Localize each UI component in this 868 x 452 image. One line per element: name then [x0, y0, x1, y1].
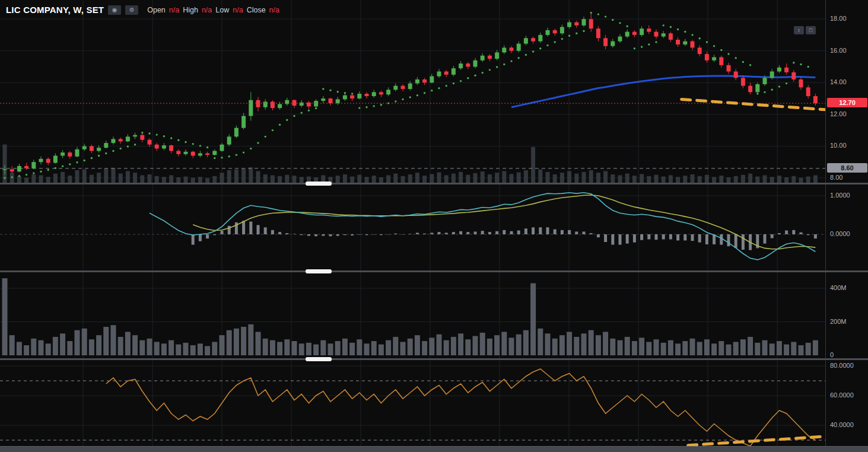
low-value: n/a [233, 6, 243, 14]
axis-tick: 80.0000 [830, 362, 854, 369]
pane-maximize-icon[interactable]: □ [806, 26, 816, 34]
pane-divider-2[interactable] [0, 270, 868, 272]
rsi-pane[interactable] [0, 360, 825, 446]
axis-tick: 14.00 [830, 78, 847, 85]
low-label: Low [215, 6, 229, 14]
axis-tick: 40.0000 [830, 421, 854, 428]
pane-resize-handle-3[interactable] [306, 357, 332, 361]
visibility-eye-icon[interactable]: ◉ [108, 5, 121, 15]
volume-pane[interactable] [0, 272, 825, 358]
axis-tick: 16.00 [830, 47, 847, 54]
legend-bar: LIC COMPANY, W, SET ◉ ⚙ Open n/a High n/… [6, 5, 279, 15]
close-value: n/a [269, 6, 279, 14]
candlestick-chart[interactable] [0, 0, 825, 183]
price-axis[interactable]: 18.0016.0014.0012.0010.008.001.00000.000… [825, 0, 868, 446]
macd-histogram [192, 221, 817, 250]
price-badge: 8.60 [827, 163, 867, 173]
rsi-line [106, 369, 816, 446]
pane-divider-3[interactable] [0, 358, 868, 360]
volume-bars [2, 278, 818, 355]
axis-tick: 400M [830, 284, 847, 291]
settings-gear-icon[interactable]: ⚙ [125, 5, 138, 15]
axis-tick: 18.00 [830, 15, 847, 22]
open-label: Open [147, 6, 166, 14]
axis-tick: 8.00 [830, 174, 842, 181]
axis-tick: 200M [830, 318, 847, 325]
candles [3, 12, 818, 174]
price-badge: 12.70 [827, 98, 867, 107]
downtrend-line [682, 99, 825, 109]
pane-controls: ↕ □ [794, 26, 816, 34]
axis-tick: 12.00 [830, 110, 847, 117]
axis-tick: 10.00 [830, 142, 847, 149]
pane-resize-handle-2[interactable] [306, 269, 332, 273]
axis-tick: 0 [830, 351, 834, 358]
ohlc-legend: Open n/a High n/a Low n/a Close n/a [147, 6, 279, 14]
high-label: High [183, 6, 198, 14]
pane-divider-1[interactable] [0, 183, 868, 184]
high-value: n/a [202, 6, 212, 14]
trading-chart-app: LIC COMPANY, W, SET ◉ ⚙ Open n/a High n/… [0, 0, 868, 452]
open-value: n/a [169, 6, 179, 14]
pane-resize-icon[interactable]: ↕ [794, 26, 804, 34]
symbol-title[interactable]: LIC COMPANY, W, SET [6, 5, 104, 15]
grid [83, 184, 777, 270]
psar-dots [4, 12, 809, 179]
volume-overlay-bars [3, 145, 818, 183]
axis-tick: 0.0000 [830, 230, 850, 237]
rsi-chart[interactable] [0, 360, 825, 446]
axis-tick: 60.0000 [830, 391, 854, 399]
volume-chart[interactable] [0, 272, 825, 358]
time-axis[interactable] [0, 446, 868, 452]
price-pane[interactable]: LIC COMPANY, W, SET ◉ ⚙ Open n/a High n/… [0, 0, 825, 183]
grid [83, 360, 777, 446]
axis-tick: 1.0000 [830, 192, 850, 199]
grid [83, 0, 777, 183]
macd-pane[interactable] [0, 184, 825, 270]
blue-ma-line [511, 76, 815, 107]
pane-resize-handle-1[interactable] [306, 182, 332, 186]
close-label: Close [247, 6, 266, 14]
macd-chart[interactable] [0, 184, 825, 270]
